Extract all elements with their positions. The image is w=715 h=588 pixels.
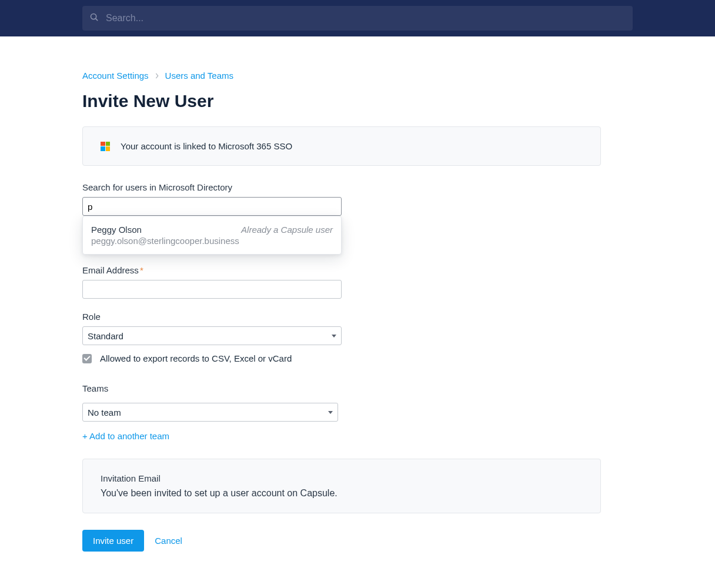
autocomplete-result-name: Peggy Olson (91, 225, 142, 235)
app-header (0, 0, 715, 36)
autocomplete-result[interactable]: Peggy Olson Already a Capsule user (91, 225, 333, 235)
export-allowed-label: Allowed to export records to CSV, Excel … (100, 353, 292, 363)
teams-label: Teams (82, 383, 338, 393)
svg-point-0 (91, 14, 96, 19)
team-select[interactable]: No team (82, 403, 338, 422)
team-select-value: No team (88, 407, 121, 417)
breadcrumb-users-and-teams[interactable]: Users and Teams (165, 71, 233, 81)
svg-line-1 (96, 19, 98, 21)
chevron-down-icon (332, 335, 336, 338)
search-icon (89, 12, 99, 24)
global-search-input[interactable] (82, 6, 633, 31)
autocomplete-result-email: peggy.olson@sterlingcooper.business (91, 236, 333, 246)
microsoft-icon (101, 142, 110, 151)
required-star-icon: * (140, 265, 143, 275)
invitation-email-body: You've been invited to set up a user acc… (101, 488, 583, 499)
autocomplete-result-note: Already a Capsule user (241, 225, 333, 235)
add-another-team-link[interactable]: + Add to another team (82, 431, 169, 441)
role-select[interactable]: Standard (82, 326, 342, 345)
role-label: Role (82, 312, 342, 322)
page-title: Invite New User (82, 91, 633, 111)
export-allowed-checkbox[interactable] (82, 354, 92, 363)
directory-autocomplete-popover: Peggy Olson Already a Capsule user peggy… (82, 216, 342, 255)
chevron-down-icon (328, 411, 333, 414)
breadcrumb: Account Settings Users and Teams (82, 71, 633, 81)
role-select-value: Standard (88, 331, 123, 341)
invitation-email-heading: Invitation Email (101, 473, 583, 483)
invite-user-button[interactable]: Invite user (82, 530, 144, 552)
directory-search-input[interactable] (82, 197, 342, 216)
directory-search-label: Search for users in Microsoft Directory (82, 182, 342, 192)
chevron-right-icon (155, 71, 159, 81)
sso-info-panel: Your account is linked to Microsoft 365 … (82, 126, 601, 166)
email-field[interactable] (82, 280, 342, 299)
invitation-email-panel: Invitation Email You've been invited to … (82, 459, 601, 513)
sso-info-text: Your account is linked to Microsoft 365 … (121, 141, 292, 151)
cancel-button[interactable]: Cancel (155, 536, 182, 546)
form-actions: Invite user Cancel (82, 530, 633, 552)
global-search-wrap (82, 6, 633, 31)
breadcrumb-account-settings[interactable]: Account Settings (82, 71, 149, 81)
email-label: Email Address* (82, 265, 342, 275)
